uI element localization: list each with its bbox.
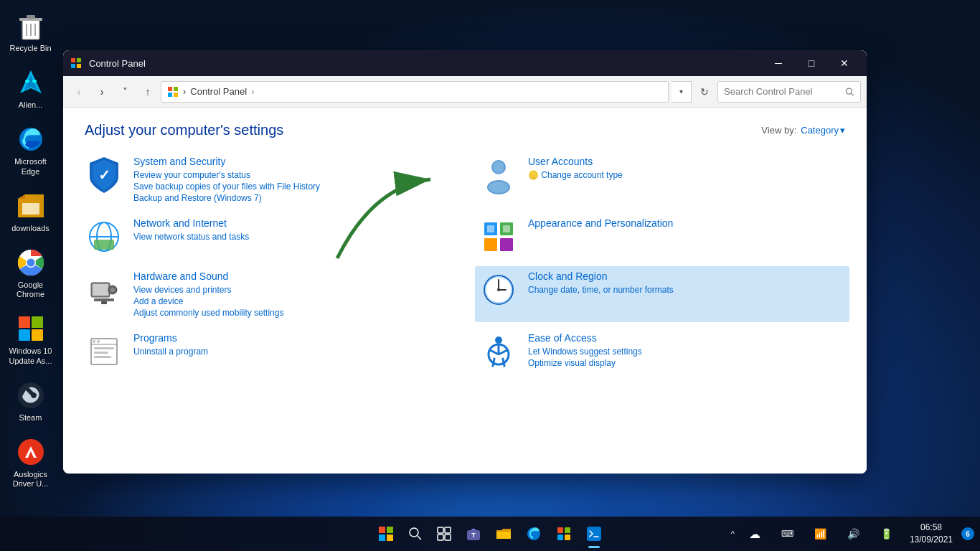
desktop-icon-recycle-bin[interactable]: Recycle Bin xyxy=(4,7,57,57)
ease-of-access-sublink-2[interactable]: Optimize visual display xyxy=(528,358,642,368)
svg-rect-81 xyxy=(496,532,511,539)
notification-center-button[interactable]: 6 xyxy=(961,527,974,540)
taskbar-store-button[interactable] xyxy=(550,519,578,548)
taskbar-right: ^ ☁ ⌨ 📶 🔊 🔋 06:58 13/09/2021 6 xyxy=(730,519,980,548)
svg-rect-48 xyxy=(101,301,107,304)
programs-sublinks: Uninstall a program xyxy=(133,347,208,357)
desktop-icon-auslogics[interactable]: Auslogics Driver U... xyxy=(4,433,57,492)
svg-rect-39 xyxy=(484,238,497,251)
address-bar: ‹ › ˅ ↑ › Control Panel › ▾ ↻ xyxy=(63,76,867,108)
start-button[interactable] xyxy=(372,519,400,548)
desktop-icon-edge[interactable]: Microsoft Edge xyxy=(4,121,57,179)
taskbar-cmd-button[interactable] xyxy=(580,519,608,548)
svg-rect-75 xyxy=(438,527,443,533)
programs-link[interactable]: Programs xyxy=(133,332,208,344)
system-clock[interactable]: 06:58 13/09/2021 xyxy=(905,522,957,546)
onedrive-icon[interactable]: ☁ xyxy=(740,519,769,548)
system-security-sublink-3[interactable]: Backup and Restore (Windows 7) xyxy=(133,193,320,203)
taskbar-search-button[interactable] xyxy=(402,519,428,548)
search-icon xyxy=(845,87,854,97)
auslogics-label: Auslogics Driver U... xyxy=(7,470,54,489)
svg-rect-19 xyxy=(77,58,81,62)
view-by-value: Category xyxy=(801,125,839,136)
desktop-icon-steam[interactable]: Steam xyxy=(4,377,57,426)
battery-icon[interactable]: 🔋 xyxy=(872,519,901,548)
appearance-link[interactable]: Appearance and Personalization xyxy=(528,217,673,229)
path-pc-icon xyxy=(167,86,179,98)
ease-of-access-link[interactable]: Ease of Access xyxy=(528,332,642,344)
svg-rect-47 xyxy=(94,298,114,301)
wifi-icon[interactable]: 📶 xyxy=(806,519,835,548)
taskbar-teams-button[interactable]: T xyxy=(460,519,487,548)
volume-icon[interactable]: 🔊 xyxy=(839,519,868,548)
search-box[interactable] xyxy=(717,81,861,103)
desktop-icon-alienware[interactable]: Alien... xyxy=(4,64,57,113)
user-accounts-link[interactable]: User Accounts xyxy=(528,156,623,167)
clock-region-icon xyxy=(479,270,518,309)
view-by-button[interactable]: Category ▾ xyxy=(801,125,845,136)
svg-rect-84 xyxy=(557,534,563,540)
svg-rect-69 xyxy=(379,527,385,533)
hardware-sound-sublink-2[interactable]: Add a device xyxy=(133,296,283,306)
cp-header: Adjust your computer's settings View by:… xyxy=(85,122,845,138)
taskbar-file-explorer-button[interactable] xyxy=(490,519,517,548)
network-internet-sublink-1[interactable]: View network status and tasks xyxy=(133,232,249,242)
keyboard-icon: ⌨ xyxy=(773,519,802,548)
network-internet-sublinks: View network status and tasks xyxy=(133,232,249,242)
hardware-sound-link[interactable]: Hardware and Sound xyxy=(133,270,283,282)
chevron-down-icon: ▾ xyxy=(840,125,845,136)
svg-rect-22 xyxy=(168,87,172,91)
downloads-icon xyxy=(16,191,46,221)
svg-rect-20 xyxy=(71,64,75,68)
svg-text:✓: ✓ xyxy=(98,167,110,183)
svg-rect-72 xyxy=(387,534,393,541)
taskbar-task-view-button[interactable] xyxy=(431,519,457,548)
maximize-button[interactable]: □ xyxy=(795,50,828,76)
desktop-icon-downloads[interactable]: downloads xyxy=(4,187,57,237)
system-tray-overflow-button[interactable]: ^ xyxy=(730,529,736,538)
refresh-button[interactable]: ↻ xyxy=(694,82,715,102)
steam-label: Steam xyxy=(19,413,42,423)
system-security-sublink-2[interactable]: Save backup copies of your files with Fi… xyxy=(133,182,320,192)
desktop-icon-windows-update[interactable]: Windows 10 Update As... xyxy=(4,310,57,369)
svg-rect-82 xyxy=(557,527,563,533)
svg-rect-85 xyxy=(565,534,570,540)
svg-point-53 xyxy=(497,288,500,291)
clock-region-sublink-1[interactable]: Change date, time, or number formats xyxy=(528,285,674,295)
system-security-link[interactable]: System and Security xyxy=(133,156,320,167)
network-internet-text: Network and Internet View network status… xyxy=(133,217,249,242)
user-accounts-sublink-1[interactable]: 🪙 Change account type xyxy=(528,170,623,180)
address-path[interactable]: › Control Panel › xyxy=(161,81,669,103)
window-controls: ─ □ ✕ xyxy=(762,50,861,76)
hardware-sound-sublinks: View devices and printers Add a device A… xyxy=(133,285,283,318)
clock-region-link[interactable]: Clock and Region xyxy=(528,270,674,282)
ease-of-access-sublink-1[interactable]: Let Windows suggest settings xyxy=(528,347,642,357)
svg-rect-41 xyxy=(487,225,494,232)
svg-rect-18 xyxy=(71,58,75,62)
desktop-icon-google-chrome[interactable]: Google Chrome xyxy=(4,244,57,303)
svg-rect-78 xyxy=(445,534,451,540)
svg-rect-44 xyxy=(93,284,108,296)
hardware-sound-sublink-3[interactable]: Adjust commonly used mobility settings xyxy=(133,308,283,318)
hardware-sound-sublink-1[interactable]: View devices and printers xyxy=(133,285,283,295)
search-input[interactable] xyxy=(724,86,841,97)
system-security-sublink-1[interactable]: Review your computer's status xyxy=(133,170,320,180)
up-button[interactable]: ↑ xyxy=(138,82,158,102)
recycle-bin-icon xyxy=(16,11,46,41)
address-dropdown[interactable]: ▾ xyxy=(672,81,692,103)
clock-time: 06:58 xyxy=(910,522,953,534)
programs-sublink-1[interactable]: Uninstall a program xyxy=(133,347,208,357)
category-clock-region: Clock and Region Change date, time, or n… xyxy=(475,266,849,322)
taskbar-edge-button[interactable] xyxy=(520,519,547,548)
store-icon xyxy=(556,526,572,542)
taskbar-center: T xyxy=(372,519,608,548)
svg-point-17 xyxy=(18,439,44,465)
minimize-button[interactable]: ─ xyxy=(762,50,795,76)
forward-button[interactable]: › xyxy=(92,82,112,102)
appearance-icon xyxy=(479,217,518,256)
svg-rect-2 xyxy=(27,15,35,19)
network-internet-link[interactable]: Network and Internet xyxy=(133,217,249,229)
recent-button[interactable]: ˅ xyxy=(115,82,135,102)
close-button[interactable]: ✕ xyxy=(828,50,861,76)
back-button[interactable]: ‹ xyxy=(69,82,89,102)
